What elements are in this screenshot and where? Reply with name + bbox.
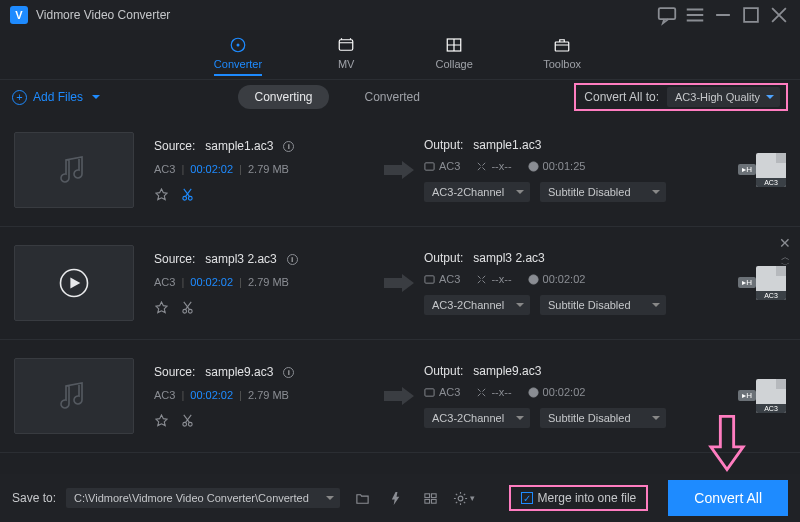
source-filename: sample9.ac3 [205,365,273,379]
tab-mv-label: MV [338,58,355,70]
output-label: Output: [424,138,463,152]
maximize-button[interactable] [740,4,762,26]
play-button[interactable] [14,245,134,321]
output-codec: AC3 [439,273,460,285]
svg-point-16 [182,422,186,426]
cut-icon[interactable] [180,413,194,427]
gpu-acceleration-button[interactable] [384,486,408,510]
source-codec: AC3 [154,389,175,401]
tab-mv[interactable]: MV [322,35,370,76]
subtitle-select[interactable]: Subtitle Disabled [540,182,666,202]
svg-point-24 [458,496,463,501]
svg-rect-1 [744,8,758,22]
info-icon[interactable]: i [287,254,298,265]
output-resolution: --x-- [491,273,511,285]
annotation-arrow [708,413,746,476]
tab-collage[interactable]: Collage [430,35,478,76]
source-size: 2.79 MB [248,163,289,175]
merge-checkbox[interactable]: ✓ Merge into one file [509,485,649,511]
svg-rect-6 [555,42,569,51]
output-resolution: --x-- [491,386,511,398]
channel-select[interactable]: AC3-2Channel [424,295,530,315]
file-row[interactable]: Source: sample1.ac3 i AC3|00:02:02|2.79 … [0,114,800,227]
source-duration: 00:02:02 [190,389,233,401]
arrow-icon [380,272,418,294]
app-logo: V [10,6,28,24]
bottom-bar: Save to: C:\Vidmore\Vidmore Video Conver… [0,474,800,522]
feedback-icon[interactable] [656,4,678,26]
channel-select[interactable]: AC3-2Channel [424,408,530,428]
save-path-select[interactable]: C:\Vidmore\Vidmore Video Converter\Conve… [66,488,340,508]
edit-star-icon[interactable] [154,300,168,314]
channel-select[interactable]: AC3-2Channel [424,182,530,202]
tab-converter-label: Converter [214,58,262,70]
plus-icon: + [12,90,27,105]
subtitle-select[interactable]: Subtitle Disabled [540,295,666,315]
settings-button[interactable]: ▾ [452,486,476,510]
arrow-icon [380,159,418,181]
tab-collage-label: Collage [435,58,472,70]
svg-rect-22 [424,499,429,503]
reorder-buttons[interactable]: ︿﹀ [778,253,792,269]
hd-badge: ▸H [738,390,756,401]
top-nav: Converter MV Collage Toolbox [0,30,800,80]
collage-icon [442,35,466,55]
titlebar: V Vidmore Video Converter [0,0,800,30]
high-speed-toggle[interactable] [418,486,442,510]
tab-toolbox-label: Toolbox [543,58,581,70]
minimize-button[interactable] [712,4,734,26]
output-format-button[interactable]: AC3 [756,379,786,413]
file-list: Source: sample1.ac3 i AC3|00:02:02|2.79 … [0,114,800,454]
svg-point-3 [236,44,239,47]
output-format-button[interactable]: AC3 [756,266,786,300]
output-filename: sampl3 2.ac3 [473,251,544,265]
svg-rect-23 [431,499,436,503]
cut-icon[interactable] [180,300,194,314]
subtitle-select[interactable]: Subtitle Disabled [540,408,666,428]
toolbox-icon [550,35,574,55]
mv-icon [334,35,358,55]
tab-converting[interactable]: Converting [238,85,328,109]
add-files-label: Add Files [33,90,83,104]
chevron-down-icon [92,95,100,99]
close-button[interactable] [768,4,790,26]
info-icon[interactable]: i [283,141,294,152]
tab-toolbox[interactable]: Toolbox [538,35,586,76]
menu-icon[interactable] [684,4,706,26]
svg-point-12 [182,309,186,313]
source-label: Source: [154,139,195,153]
svg-point-8 [188,196,192,200]
add-files-button[interactable]: + Add Files [12,90,100,105]
svg-rect-18 [425,388,434,395]
source-label: Source: [154,252,195,266]
info-icon[interactable]: i [283,367,294,378]
source-filename: sample1.ac3 [205,139,273,153]
hd-badge: ▸H [738,277,756,288]
app-title: Vidmore Video Converter [36,8,170,22]
output-resolution: --x-- [491,160,511,172]
tab-converted[interactable]: Converted [349,85,436,109]
open-folder-button[interactable] [350,486,374,510]
output-format-button[interactable]: AC3 [756,153,786,187]
remove-item-button[interactable]: ✕ [778,235,792,251]
convert-all-button[interactable]: Convert All [668,480,788,516]
arrow-icon [380,385,418,407]
source-size: 2.79 MB [248,276,289,288]
file-thumbnail [14,132,134,208]
file-row[interactable]: Source: sampl3 2.ac3 i AC3|00:02:02|2.79… [0,227,800,340]
tab-converter[interactable]: Converter [214,35,262,76]
file-thumbnail [14,358,134,434]
svg-rect-9 [425,162,434,169]
convert-all-format-select[interactable]: AC3-High Quality [667,87,780,107]
output-duration: 00:01:25 [543,160,586,172]
cut-icon[interactable] [180,187,194,201]
source-codec: AC3 [154,163,175,175]
svg-rect-21 [431,493,436,497]
edit-star-icon[interactable] [154,413,168,427]
svg-point-7 [182,196,186,200]
source-duration: 00:02:02 [190,163,233,175]
output-label: Output: [424,364,463,378]
toolbar: + Add Files Converting Converted Convert… [0,80,800,114]
edit-star-icon[interactable] [154,187,168,201]
file-row[interactable]: Source: sample9.ac3 i AC3|00:02:02|2.79 … [0,340,800,453]
